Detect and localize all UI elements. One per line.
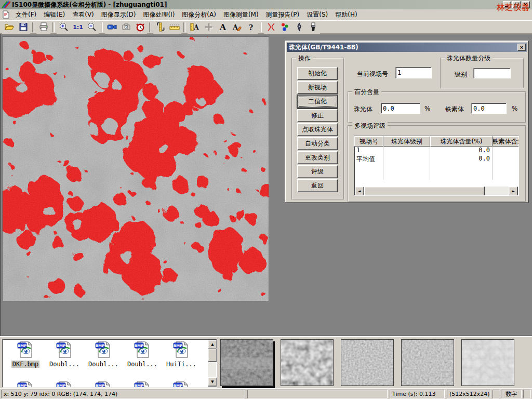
ruler-icon[interactable] (167, 21, 181, 34)
file-name[interactable]: Doubl... (126, 361, 158, 368)
mode-status: 数字 (501, 390, 522, 398)
video-camera-icon[interactable] (105, 21, 119, 34)
new-field-button[interactable]: 新视场 (297, 81, 338, 94)
text-label-icon[interactable]: A (216, 21, 230, 34)
caliper-icon[interactable] (153, 21, 167, 34)
curve-tool-icon[interactable] (264, 21, 278, 34)
operation-group-label: 操作 (296, 54, 313, 63)
file-item[interactable]: BMPDoubl... (124, 341, 161, 368)
file-item[interactable]: BMP (85, 381, 122, 388)
rate-button[interactable]: 评级 (297, 165, 338, 178)
table-row-empty (354, 171, 518, 180)
menu-help[interactable]: 帮助(H) (331, 9, 361, 20)
timer-clock-icon[interactable] (133, 21, 147, 34)
file-item[interactable]: BMPDoubl... (85, 341, 122, 368)
picker-pen-icon[interactable] (292, 21, 306, 34)
pick-pearlite-button[interactable]: 点取珠光体 (297, 123, 338, 136)
file-item[interactable]: BMPDKF.bmp (7, 341, 44, 368)
annotate-text-icon[interactable]: A (230, 21, 244, 34)
file-list-scrollbar[interactable]: ▲ ▼ (208, 340, 216, 387)
bmp-file-icon: BMP (95, 381, 112, 388)
col-pearlite-content[interactable]: 珠光体含量(%) (430, 136, 493, 147)
toolbar-separator (260, 22, 262, 32)
level-input[interactable] (473, 68, 511, 78)
capture-camera-icon[interactable] (119, 21, 133, 34)
file-name[interactable]: HuiTi... (165, 361, 197, 368)
file-browser[interactable]: BMPDKF.bmp BMPDoubl... BMPDoubl... BMPDo… (2, 339, 217, 388)
grading-group-label: 珠光体数量分级 (445, 54, 493, 63)
bmp-file-icon: BMP (172, 341, 190, 358)
col-pearlite-level[interactable]: 珠光体级别 (383, 136, 430, 147)
dialog-title-bar[interactable]: 珠光体(GB/T9441-88) (287, 43, 527, 52)
actual-size-icon[interactable]: 1:1 (71, 21, 85, 34)
scroll-up-icon[interactable]: ▲ (208, 340, 217, 349)
menu-image-processing[interactable]: 图像处理(I) (139, 9, 178, 20)
scrollbar-thumb[interactable] (364, 187, 485, 196)
open-file-icon[interactable] (2, 21, 16, 34)
col-field-no[interactable]: 视场号 (354, 136, 383, 147)
file-item[interactable]: BMPHuiTi... (163, 341, 200, 368)
auto-classify-button[interactable]: 自动分类 (297, 137, 338, 150)
scrollbar-thumb[interactable] (208, 349, 217, 362)
cell-ferrite (493, 147, 519, 155)
thumbnail-5[interactable] (461, 339, 514, 386)
print-icon[interactable] (36, 21, 50, 34)
menu-measure-report[interactable]: 测量报告(P) (262, 9, 303, 20)
col-ferrite-content[interactable]: 铁素体含量(%) (493, 136, 519, 147)
dialog-close-button[interactable]: × (517, 44, 526, 51)
scroll-down-icon[interactable]: ▼ (208, 377, 217, 387)
bmp-file-icon: BMP (134, 341, 151, 358)
file-name[interactable]: DKF.bmp (11, 361, 40, 368)
paint-brush-icon[interactable] (306, 21, 320, 34)
thumbnail-3[interactable] (341, 339, 394, 386)
file-name[interactable]: Doubl... (87, 361, 119, 368)
dialog-title: 珠光体(GB/T9441-88) (289, 43, 358, 52)
menu-settings[interactable]: 设置(S) (303, 9, 331, 20)
menu-view[interactable]: 查看(V) (69, 9, 98, 20)
file-name[interactable]: Doubl... (48, 361, 81, 368)
svg-text:BMP: BMP (174, 384, 182, 388)
return-button[interactable]: 返回 (297, 179, 338, 192)
table-row[interactable]: 1 0.0 (354, 147, 518, 155)
init-button[interactable]: 初始化 (297, 67, 338, 80)
pearlite-input[interactable] (381, 103, 420, 114)
scroll-left-icon[interactable]: ◄ (355, 187, 364, 196)
image-size-status: (512x512x24) (447, 390, 490, 398)
svg-text:BMP: BMP (57, 384, 65, 388)
table-row[interactable]: 平均值 0.0 (354, 155, 518, 163)
file-item[interactable]: BMP (163, 381, 200, 388)
file-item[interactable]: BMP (7, 381, 44, 388)
toolbar-separator (101, 22, 103, 32)
zoom-out-icon[interactable] (85, 21, 99, 34)
bmp-file-icon: BMP (172, 381, 190, 388)
change-class-button[interactable]: 更改类别 (297, 151, 338, 164)
thumbnail-4[interactable] (401, 339, 454, 386)
file-item[interactable]: BMP (46, 381, 83, 388)
document-system-icon[interactable] (2, 10, 11, 19)
bmp-file-icon: BMP (56, 381, 73, 388)
correct-button[interactable]: 修正 (297, 109, 338, 122)
menu-image-display[interactable]: 图像显示(D) (98, 9, 140, 20)
menu-image-analysis[interactable]: 图像分析(A) (178, 9, 220, 20)
help-icon[interactable]: ? (244, 21, 258, 34)
scroll-right-icon[interactable]: ► (509, 187, 518, 196)
thumbnail-2[interactable] (281, 339, 334, 386)
grading-group: 珠光体数量分级 级别 (440, 58, 524, 89)
menu-edit[interactable]: 编辑(E) (40, 9, 69, 20)
measure-text-icon[interactable]: A (188, 21, 202, 34)
file-item[interactable]: BMP (124, 381, 161, 388)
rating-table[interactable]: 视场号 珠光体级别 珠光体含量(%) 铁素体含量(%) 1 0.0 平均值 0.… (354, 136, 519, 196)
binarize-button[interactable]: 二值化 (297, 95, 338, 108)
table-horizontal-scrollbar[interactable]: ◄ ► (355, 187, 518, 195)
thumbnail-1[interactable] (220, 339, 273, 386)
grid-tool-icon[interactable] (202, 21, 216, 34)
current-field-input[interactable] (395, 67, 432, 78)
save-icon[interactable] (16, 21, 30, 34)
menu-file[interactable]: 文件(F) (12, 9, 40, 20)
file-item[interactable]: BMPDoubl... (46, 341, 83, 368)
metallographic-image-canvas[interactable] (2, 36, 269, 301)
menu-image-measure[interactable]: 图像测量(M) (220, 9, 262, 20)
zoom-in-icon[interactable] (57, 21, 71, 34)
classify-points-icon[interactable] (278, 21, 292, 34)
ferrite-input[interactable] (471, 103, 507, 114)
